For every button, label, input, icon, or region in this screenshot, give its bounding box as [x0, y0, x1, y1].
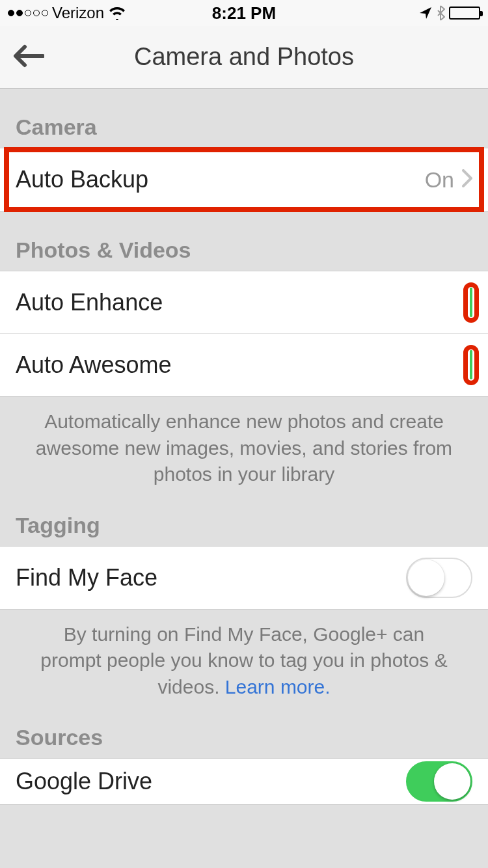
- section-header-camera: Camera: [0, 88, 488, 148]
- chevron-right-icon: [462, 169, 472, 191]
- row-auto-enhance: Auto Enhance: [0, 271, 488, 334]
- find-my-face-label: Find My Face: [16, 564, 406, 591]
- wifi-icon: [108, 6, 126, 20]
- auto-awesome-toggle[interactable]: [470, 350, 472, 379]
- row-auto-backup[interactable]: Auto Backup On: [0, 148, 488, 211]
- row-find-my-face: Find My Face: [0, 547, 488, 609]
- tagging-footer: By turning on Find My Face, Google+ can …: [0, 610, 488, 712]
- page-title: Camera and Photos: [0, 43, 488, 71]
- learn-more-link[interactable]: Learn more.: [225, 676, 331, 698]
- auto-backup-value: On: [425, 167, 472, 193]
- row-google-drive: Google Drive: [0, 759, 488, 804]
- settings-content: Camera Auto Backup On Photos & Videos Au…: [0, 88, 488, 805]
- auto-enhance-toggle-highlight: [470, 289, 472, 316]
- google-drive-label: Google Drive: [16, 768, 406, 795]
- auto-awesome-toggle-highlight: [470, 351, 472, 379]
- bluetooth-icon: [436, 5, 445, 21]
- status-left: Verizon: [8, 4, 126, 22]
- section-header-photos-videos: Photos & Videos: [0, 211, 488, 271]
- auto-backup-value-text: On: [425, 167, 454, 193]
- status-bar: Verizon 8:21 PM: [0, 0, 488, 26]
- signal-strength-icon: [8, 10, 48, 16]
- status-right: [419, 5, 480, 21]
- auto-enhance-toggle[interactable]: [470, 288, 472, 317]
- find-my-face-toggle[interactable]: [406, 558, 472, 598]
- section-header-sources: Sources: [0, 712, 488, 758]
- google-drive-toggle[interactable]: [406, 761, 472, 802]
- auto-awesome-label: Auto Awesome: [16, 351, 470, 379]
- row-auto-awesome: Auto Awesome: [0, 334, 488, 396]
- location-icon: [419, 7, 432, 20]
- auto-backup-label: Auto Backup: [16, 166, 425, 193]
- battery-icon: [449, 7, 480, 20]
- photos-videos-footer: Automatically enhance new photos and cre…: [0, 397, 488, 500]
- nav-bar: Camera and Photos: [0, 26, 488, 88]
- section-header-tagging: Tagging: [0, 500, 488, 546]
- auto-enhance-label: Auto Enhance: [16, 289, 470, 316]
- carrier-label: Verizon: [52, 4, 104, 22]
- back-button[interactable]: [13, 43, 44, 72]
